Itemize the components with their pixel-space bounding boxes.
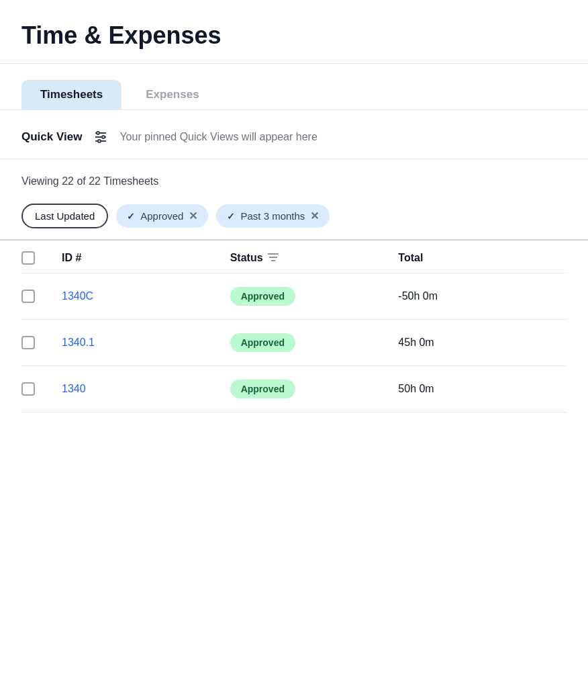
filter-past-3-months[interactable]: ✓ Past 3 months ✕ xyxy=(216,204,330,228)
sort-icon[interactable] xyxy=(267,253,279,264)
check-icon: ✓ xyxy=(127,211,135,222)
col-header-total: Total xyxy=(398,251,567,265)
row-total: 50h 0m xyxy=(398,383,567,395)
viewing-count: Viewing 22 of 22 Timesheets xyxy=(21,175,158,187)
status-badge: Approved xyxy=(230,287,295,306)
filter-approved[interactable]: ✓ Approved ✕ xyxy=(116,204,208,228)
filter-last-updated[interactable]: Last Updated xyxy=(21,204,108,228)
filters-section: Last Updated ✓ Approved ✕ ✓ Past 3 month… xyxy=(0,198,588,240)
col-header-checkbox xyxy=(21,251,62,265)
close-approved-icon[interactable]: ✕ xyxy=(189,210,197,222)
row-total: 45h 0m xyxy=(398,337,567,349)
status-badge: Approved xyxy=(230,380,295,398)
svg-point-3 xyxy=(97,132,99,134)
tab-timesheets[interactable]: Timesheets xyxy=(21,80,121,110)
tabs-row: Timesheets Expenses xyxy=(21,80,567,110)
row-status: Approved xyxy=(230,287,399,306)
row-total: -50h 0m xyxy=(398,290,567,302)
row-id[interactable]: 1340.1 xyxy=(62,337,230,349)
row-checkbox[interactable] xyxy=(21,290,35,303)
table-row: 1340 Approved 50h 0m xyxy=(21,366,567,412)
tabs-section: Timesheets Expenses xyxy=(0,64,588,110)
row-id[interactable]: 1340C xyxy=(62,290,230,302)
check-icon: ✓ xyxy=(227,211,235,222)
row-status: Approved xyxy=(230,333,399,352)
page-title: Time & Expenses xyxy=(21,21,567,50)
viewing-section: Viewing 22 of 22 Timesheets xyxy=(0,159,588,198)
quick-view-section: Quick View Your pinned Quick Views will … xyxy=(0,110,588,159)
row-checkbox[interactable] xyxy=(21,382,35,396)
table-row: 1340.1 Approved 45h 0m xyxy=(21,320,567,366)
row-checkbox-cell xyxy=(21,382,62,396)
svg-point-5 xyxy=(98,140,101,142)
row-id[interactable]: 1340 xyxy=(62,383,230,395)
filter-settings-icon[interactable] xyxy=(93,129,109,145)
tab-expenses[interactable]: Expenses xyxy=(127,80,217,110)
select-all-checkbox[interactable] xyxy=(21,251,35,265)
quick-view-hint: Your pinned Quick Views will appear here xyxy=(119,131,317,143)
row-checkbox-cell xyxy=(21,290,62,303)
table-row: 1340C Approved -50h 0m xyxy=(21,273,567,320)
row-checkbox[interactable] xyxy=(21,336,35,349)
col-header-status: Status xyxy=(230,251,399,265)
row-checkbox-cell xyxy=(21,336,62,349)
col-header-id: ID # xyxy=(62,251,230,265)
quick-view-label: Quick View xyxy=(21,130,82,144)
page-header: Time & Expenses xyxy=(0,0,588,64)
close-past3months-icon[interactable]: ✕ xyxy=(310,210,319,222)
row-status: Approved xyxy=(230,380,399,398)
svg-point-4 xyxy=(102,136,105,138)
table-header: ID # Status Total xyxy=(21,240,567,273)
status-badge: Approved xyxy=(230,333,295,352)
table-section: ID # Status Total 1340C Approved -50h 0m xyxy=(0,240,588,412)
